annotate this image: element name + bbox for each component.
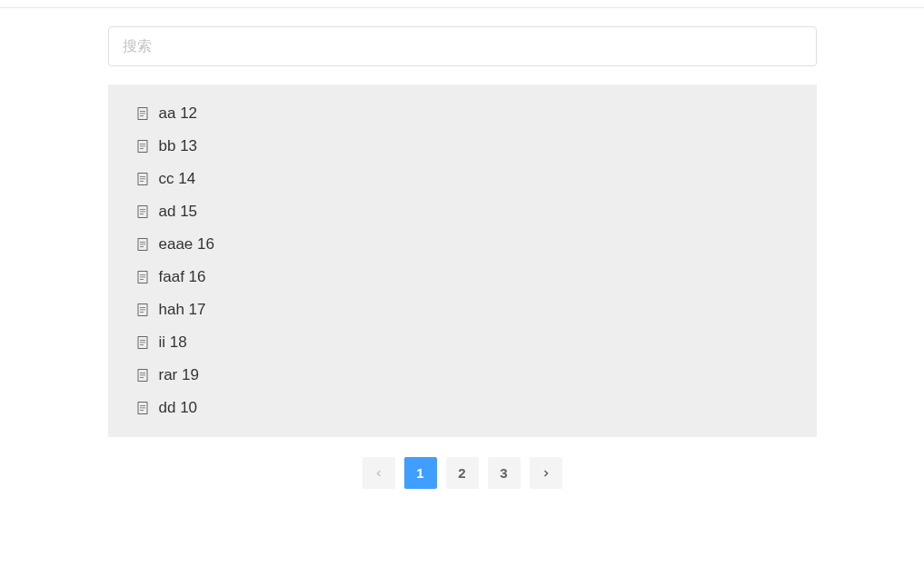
pagination-page-2[interactable]: 2 [446, 457, 479, 489]
pagination: 123 [108, 457, 817, 489]
pagination-next-button[interactable] [530, 457, 562, 489]
document-icon [135, 401, 150, 415]
list-item-label: ii 18 [159, 333, 187, 352]
top-divider [0, 7, 924, 8]
list-item[interactable]: dd 10 [135, 392, 790, 424]
list-item[interactable]: aa 12 [135, 97, 790, 130]
chevron-right-icon [541, 468, 551, 479]
search-wrapper [108, 26, 817, 66]
results-list: aa 12bb 13cc 14ad 15eaae 16faaf 16hah 17… [108, 85, 817, 437]
list-item-label: bb 13 [159, 137, 198, 155]
document-icon [135, 368, 150, 383]
list-item[interactable]: eaae 16 [135, 228, 790, 261]
list-item[interactable]: rar 19 [135, 359, 790, 392]
list-item[interactable]: bb 13 [135, 130, 790, 163]
document-icon [135, 106, 150, 121]
list-item[interactable]: faaf 16 [135, 261, 790, 293]
document-icon [135, 303, 150, 317]
document-icon [135, 335, 150, 350]
list-item-label: eaae 16 [159, 235, 214, 254]
document-icon [135, 270, 150, 284]
list-item-label: ad 15 [159, 203, 198, 221]
list-item[interactable]: cc 14 [135, 163, 790, 195]
list-item-label: rar 19 [159, 366, 199, 384]
list-item-label: dd 10 [159, 399, 198, 417]
pagination-prev-button[interactable] [363, 457, 395, 489]
main-container: aa 12bb 13cc 14ad 15eaae 16faaf 16hah 17… [99, 26, 826, 489]
list-item[interactable]: ad 15 [135, 195, 790, 228]
pagination-page-3[interactable]: 3 [488, 457, 521, 489]
list-item-label: aa 12 [159, 104, 198, 123]
search-input[interactable] [108, 26, 817, 66]
list-item-label: hah 17 [159, 301, 206, 319]
list-item[interactable]: ii 18 [135, 326, 790, 359]
list-item-label: cc 14 [159, 170, 196, 188]
chevron-left-icon [373, 468, 384, 479]
pagination-page-1[interactable]: 1 [404, 457, 437, 489]
document-icon [135, 172, 150, 186]
document-icon [135, 139, 150, 154]
document-icon [135, 237, 150, 252]
list-item-label: faaf 16 [159, 268, 206, 286]
document-icon [135, 204, 150, 219]
list-item[interactable]: hah 17 [135, 293, 790, 326]
